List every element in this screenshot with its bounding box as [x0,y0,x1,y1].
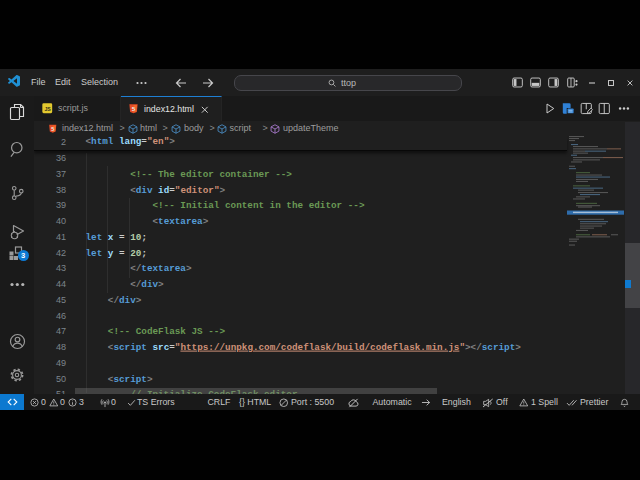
svg-text:5: 5 [51,126,54,132]
svg-text:5: 5 [132,105,136,112]
svg-text:JS: JS [44,106,51,112]
